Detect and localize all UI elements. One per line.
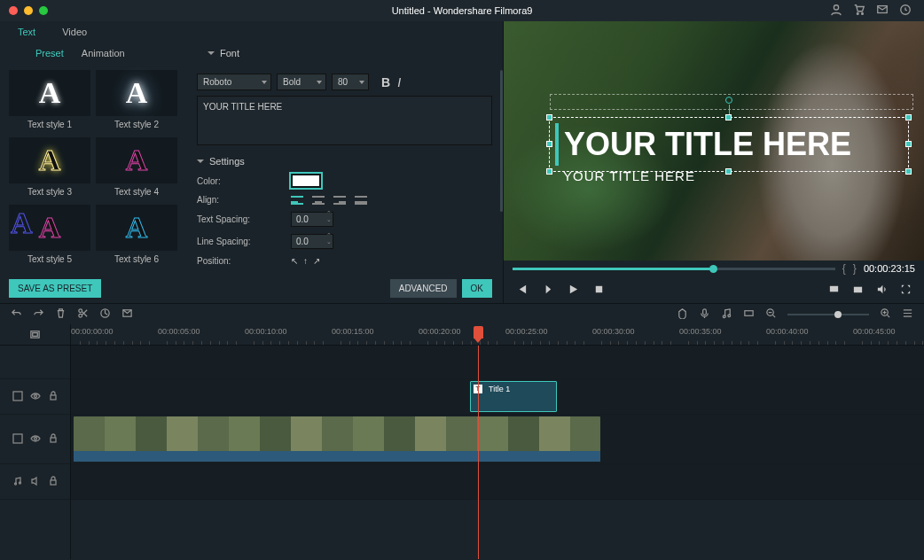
resize-handle-lc[interactable] <box>546 141 552 147</box>
svg-point-15 <box>728 315 731 317</box>
font-weight-select[interactable]: Bold <box>277 74 326 90</box>
align-center-button[interactable] <box>312 196 325 205</box>
video-track-lane[interactable] <box>71 415 924 464</box>
preset-text-style-2[interactable]: A <box>96 70 177 116</box>
cart-icon[interactable] <box>853 4 865 18</box>
close-window-icon[interactable] <box>9 6 18 15</box>
font-size-select[interactable]: 80 <box>332 74 369 90</box>
track-lock-icon[interactable] <box>48 476 59 488</box>
scrubber-track[interactable] <box>513 268 835 270</box>
preview-viewport[interactable]: YOUR TITLE HERE YOUR TITLE HERE <box>504 21 924 261</box>
font-family-select[interactable]: Roboto <box>197 74 271 90</box>
preset-text-style-6[interactable]: A <box>96 205 177 251</box>
step-back-button[interactable] <box>542 284 553 297</box>
audio-track-lane[interactable] <box>71 464 924 500</box>
speed-icon[interactable] <box>121 307 133 321</box>
snapshot-icon[interactable] <box>852 284 864 297</box>
svg-point-8 <box>857 288 860 292</box>
ok-button[interactable]: OK <box>462 279 492 298</box>
bold-button[interactable]: B <box>381 75 390 89</box>
preset-text-style-5[interactable]: A <box>9 205 90 251</box>
tab-video[interactable]: Video <box>62 27 87 37</box>
undo-icon[interactable] <box>11 307 22 321</box>
settings-accordion-header[interactable]: Settings <box>197 156 492 167</box>
preset-text-style-3[interactable]: A <box>9 137 90 183</box>
position-tr-button[interactable]: ↗ <box>313 256 320 266</box>
delete-icon[interactable] <box>55 307 67 321</box>
snapshot-device-icon[interactable] <box>828 284 840 297</box>
resize-handle-tl[interactable] <box>546 114 552 121</box>
music-icon[interactable] <box>721 307 732 321</box>
timeline-lanes[interactable]: T Title 1 <box>71 346 924 559</box>
position-t-button[interactable]: ↑ <box>303 256 308 266</box>
mark-in-icon[interactable]: { <box>842 262 846 275</box>
mail-icon[interactable] <box>876 4 889 18</box>
zoom-in-icon[interactable] <box>880 307 891 321</box>
advanced-button[interactable]: ADVANCED <box>390 279 457 298</box>
resize-handle-tr[interactable] <box>905 114 912 121</box>
prev-button[interactable] <box>516 284 528 297</box>
text-track-lane[interactable]: T Title 1 <box>71 379 924 415</box>
redo-icon[interactable] <box>33 307 44 321</box>
resize-handle-tc[interactable] <box>725 114 732 121</box>
font-accordion-header[interactable]: Font <box>186 48 239 58</box>
settings-panel: Roboto Bold 80 B I YOUR TITLE HERE Setti… <box>186 63 503 273</box>
aspect-icon[interactable] <box>743 307 755 321</box>
color-swatch[interactable] <box>291 174 321 188</box>
track-visibility-icon[interactable] <box>30 433 41 446</box>
minimize-window-icon[interactable] <box>24 6 33 15</box>
play-button[interactable] <box>568 284 579 297</box>
position-tl-button[interactable]: ↖ <box>291 256 298 266</box>
timeline-menu-icon[interactable] <box>902 307 913 321</box>
align-justify-button[interactable] <box>355 196 367 205</box>
rotate-handle[interactable] <box>725 97 732 104</box>
maximize-window-icon[interactable] <box>39 6 48 15</box>
tab-animation[interactable]: Animation <box>82 48 125 58</box>
media-bin-icon[interactable] <box>0 324 71 345</box>
video-clip[interactable] <box>74 416 600 462</box>
timecode-display: 00:00:23:15 <box>864 263 915 274</box>
track-visibility-icon[interactable] <box>30 391 41 403</box>
settings-scrollbar[interactable] <box>500 70 503 212</box>
title-selection-box[interactable]: YOUR TITLE HERE <box>549 117 909 172</box>
mark-out-icon[interactable]: } <box>853 262 857 275</box>
scrubber-knob[interactable] <box>709 265 717 273</box>
stop-button[interactable] <box>593 284 605 297</box>
tab-preset[interactable]: Preset <box>35 48 64 58</box>
playhead[interactable] <box>478 346 479 559</box>
tab-text[interactable]: Text <box>18 27 35 37</box>
ruler-tick: 00:00:20:00 <box>419 327 461 336</box>
track-lock-icon[interactable] <box>48 391 59 403</box>
title-text-input[interactable]: YOUR TITLE HERE <box>197 96 492 145</box>
resize-handle-rc[interactable] <box>905 141 912 147</box>
fullscreen-icon[interactable] <box>900 284 912 297</box>
crop-icon[interactable] <box>99 307 111 321</box>
split-icon[interactable] <box>77 307 89 321</box>
track-music-icon[interactable] <box>12 476 23 488</box>
track-settings-icon[interactable] <box>12 433 23 446</box>
title-clip[interactable]: T Title 1 <box>470 381 557 412</box>
track-settings-icon[interactable] <box>12 391 23 403</box>
account-icon[interactable] <box>830 4 842 18</box>
align-left-button[interactable] <box>291 196 303 205</box>
resize-handle-bc[interactable] <box>725 168 732 175</box>
volume-icon[interactable] <box>876 284 888 297</box>
align-right-button[interactable] <box>333 196 346 205</box>
resize-handle-br[interactable] <box>905 168 912 175</box>
save-as-preset-button[interactable]: SAVE AS PRESET <box>9 279 101 298</box>
track-mute-icon[interactable] <box>30 476 41 488</box>
zoom-out-icon[interactable] <box>765 307 777 321</box>
preset-text-style-4[interactable]: A <box>96 137 177 183</box>
zoom-slider[interactable] <box>787 314 869 315</box>
italic-button[interactable]: I <box>397 75 401 89</box>
preview-scrubber: { } 00:00:23:15 <box>504 261 924 276</box>
notification-icon[interactable] <box>899 4 912 18</box>
resize-handle-bl[interactable] <box>546 168 552 175</box>
mic-icon[interactable] <box>699 307 710 321</box>
marker-icon[interactable] <box>677 307 688 321</box>
timeline-ruler[interactable]: 00:00:00:0000:00:05:0000:00:10:0000:00:1… <box>71 324 924 345</box>
preset-text-style-1[interactable]: A <box>9 70 90 116</box>
text-spacing-input[interactable] <box>291 212 333 227</box>
line-spacing-input[interactable] <box>291 234 333 249</box>
track-lock-icon[interactable] <box>48 433 59 446</box>
